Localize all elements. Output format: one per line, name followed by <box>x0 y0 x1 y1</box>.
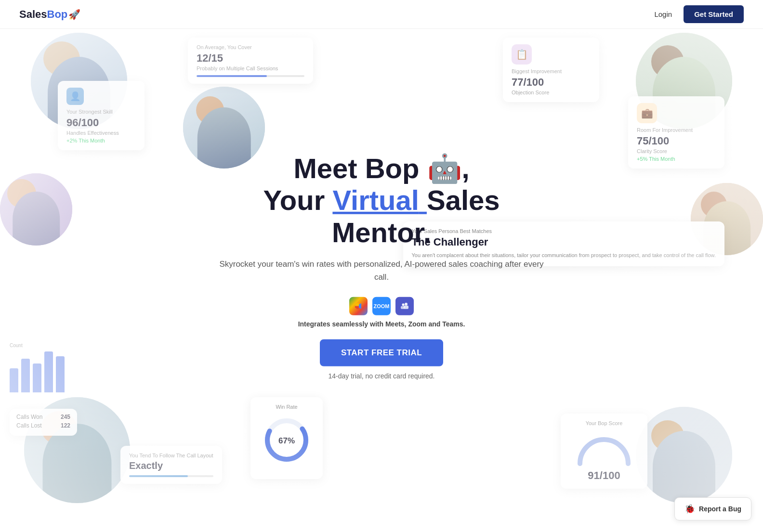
svg-point-1 <box>267 421 306 459</box>
winrate-value: 67% <box>278 436 295 446</box>
bar-5 <box>56 356 65 392</box>
hero-virtual: Virtual <box>332 184 427 216</box>
winrate-donut-svg <box>260 414 313 467</box>
svg-point-0 <box>267 421 306 459</box>
room-label: Room For Improvement <box>637 127 716 133</box>
skill-icon: 👤 <box>66 88 84 105</box>
trial-note: 14-day trial, no credit card required. <box>213 372 550 380</box>
hero-subtext: Skyrocket your team's win rates with per… <box>213 257 550 283</box>
bug-icon: 🐞 <box>684 504 695 514</box>
get-started-button[interactable]: Get Started <box>684 5 744 23</box>
person-photo-mid-right <box>691 183 763 255</box>
calls-lost-row: Calls Lost 122 <box>16 422 70 429</box>
bar-3 <box>33 363 41 392</box>
nav-right: Login Get Started <box>654 5 744 23</box>
bar-chart: Count <box>10 351 65 392</box>
improvement-value: 77/100 <box>512 76 591 89</box>
bar-2 <box>21 359 30 392</box>
follow-label: You Tend To Follow The Call Layout <box>129 453 213 458</box>
follow-bar-fill <box>129 475 188 477</box>
improvement-sub: Objection Score <box>512 90 591 95</box>
logo-sales: Sales <box>19 8 47 21</box>
hero-section: Meet Bop 🤖, Your Virtual Sales Mentor. S… <box>213 152 550 379</box>
svg-point-5 <box>402 303 405 306</box>
svg-rect-6 <box>401 306 405 309</box>
hero-your: Your <box>263 184 325 216</box>
zoom-icon: ZOOM <box>372 297 391 315</box>
navbar: SalesBop🚀 Login Get Started <box>0 0 763 29</box>
person-photo-bottom-right <box>636 407 732 503</box>
logo-rocket-icon: 🚀 <box>68 9 80 20</box>
avg-label: On Average, You Cover <box>197 44 304 50</box>
google-meet-icon <box>349 297 368 315</box>
calls-won-label: Calls Won <box>16 414 42 420</box>
room-value: 75/100 <box>637 135 716 147</box>
skill-label: Your Strongest Skill <box>66 109 136 115</box>
person-photo-bottom-left <box>24 397 130 503</box>
bop-score-value: 91/100 <box>569 469 639 482</box>
follow-bar <box>129 475 213 477</box>
winrate-label: Win Rate <box>259 404 314 410</box>
start-trial-button[interactable]: START FREE TRIAL <box>320 339 443 366</box>
room-sub: Clarity Score <box>637 148 716 154</box>
skill-sub: Handles Effectiveness <box>66 130 136 136</box>
avg-sub: Probably on Multiple Call Sessions <box>197 65 304 71</box>
hero-robot-icon: 🤖 <box>427 152 462 183</box>
bar-1 <box>10 368 18 392</box>
avg-card: On Average, You Cover 12/15 Probably on … <box>188 38 313 84</box>
login-button[interactable]: Login <box>654 10 672 18</box>
integrations-icons: ZOOM <box>213 297 550 315</box>
teams-icon <box>395 297 414 315</box>
bar-4 <box>44 351 53 392</box>
room-icon: 💼 <box>637 103 657 123</box>
winrate-card: Win Rate 67% <box>250 397 323 479</box>
person-photo-top-right <box>636 33 732 129</box>
bop-score-arc-svg <box>573 430 635 468</box>
avg-bar <box>197 75 304 77</box>
calls-lost-value: 122 <box>61 422 70 429</box>
report-bug-label: Report a Bug <box>699 505 741 513</box>
calls-lost-label: Calls Lost <box>16 422 42 429</box>
improvement-label: Biggest Improvement <box>512 68 591 74</box>
hero-heading: Meet Bop 🤖, Your Virtual Sales Mentor. <box>213 152 550 248</box>
avg-bar-fill <box>197 75 267 77</box>
cta-area: START FREE TRIAL <box>213 339 550 372</box>
winrate-donut-container: 67% <box>259 414 314 468</box>
main-content: 👤 Your Strongest Skill 96/100 Handles Ef… <box>0 0 763 532</box>
follow-card: You Tend To Follow The Call Layout Exact… <box>120 446 222 484</box>
logo-bop: Bop <box>47 8 68 21</box>
follow-value: Exactly <box>129 460 213 471</box>
logo: SalesBop🚀 <box>19 8 80 21</box>
calls-won-value: 245 <box>61 414 70 420</box>
person-photo-mid-left <box>0 173 72 246</box>
bop-score-label: Your Bop Score <box>569 420 639 426</box>
skill-change: +2% This Month <box>66 138 136 143</box>
room-change: +5% This Month <box>637 156 716 162</box>
improvement-card: 📋 Biggest Improvement 77/100 Objection S… <box>503 38 599 102</box>
integration-label: Integrates seamlessly with Meets, Zoom a… <box>213 320 550 328</box>
avg-value: 12/15 <box>197 52 304 65</box>
calls-won-row: Calls Won 245 <box>16 414 70 420</box>
improvement-icon: 📋 <box>512 44 532 65</box>
skill-value: 96/100 <box>66 117 136 129</box>
chart-label: Count <box>10 343 23 348</box>
hero-meet-bop: Meet Bop <box>293 152 419 183</box>
svg-point-3 <box>405 303 408 306</box>
skill-card: 👤 Your Strongest Skill 96/100 Handles Ef… <box>58 81 145 150</box>
room-card: 💼 Room For Improvement 75/100 Clarity Sc… <box>628 96 724 169</box>
person-photo-top-left <box>31 33 127 129</box>
report-bug-button[interactable]: 🐞 Report a Bug <box>674 497 751 520</box>
bop-score-card: Your Bop Score 91/100 <box>561 414 647 489</box>
calls-card: Calls Won 245 Calls Lost 122 <box>10 409 77 436</box>
